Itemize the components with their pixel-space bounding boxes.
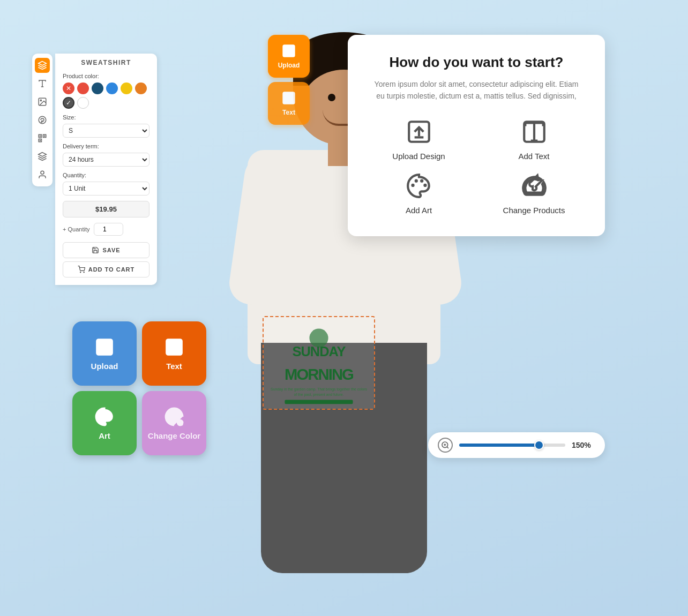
swatch-orange[interactable] <box>135 82 147 94</box>
design-content: SUNDAY MORNING Sunday in the garden camp… <box>264 317 374 409</box>
save-label: SAVE <box>102 247 120 253</box>
start-modal: How do you want to start? Yorem ipsum do… <box>348 35 605 236</box>
delivery-select[interactable]: 24 hours48 hours5-7 days <box>63 153 149 167</box>
cart-icon <box>78 266 85 273</box>
tool-qr[interactable] <box>35 131 50 146</box>
upload-design-icon <box>405 117 433 146</box>
change-products-icon <box>520 171 549 200</box>
add-text-icon <box>520 117 549 146</box>
svg-text:MORNING: MORNING <box>285 365 353 383</box>
swatch-red[interactable] <box>77 82 89 94</box>
tool-text[interactable] <box>35 76 50 91</box>
design-area[interactable]: SUNDAY MORNING Sunday in the garden camp… <box>263 316 375 410</box>
tool-strip <box>32 54 53 186</box>
color-swatches: ✕ ✓ <box>63 82 149 109</box>
svg-rect-16 <box>40 140 41 141</box>
design-svg: SUNDAY MORNING Sunday in the garden camp… <box>264 317 374 409</box>
action-upload-button[interactable]: Upload <box>72 321 137 386</box>
product-panel: SWEATSHIRT Product color: ✕ ✓ Size: SXSM… <box>55 54 157 285</box>
swatch-blue[interactable] <box>106 82 118 94</box>
svg-point-28 <box>80 272 80 273</box>
swatch-remove[interactable]: ✕ <box>63 82 74 94</box>
svg-point-43 <box>423 184 427 187</box>
size-label: Size: <box>63 114 149 121</box>
action-text-label: Text <box>166 362 182 371</box>
action-buttons: Upload Text Art Change Color <box>72 321 206 455</box>
action-art-label: Art <box>99 431 110 440</box>
add-art-icon <box>405 171 433 200</box>
qty-add-button[interactable]: + Quantity <box>63 226 89 232</box>
action-text-button[interactable]: Text <box>142 321 206 386</box>
text-pill-button[interactable]: Text <box>268 82 310 125</box>
option-change-products[interactable]: Change Products <box>484 171 584 215</box>
qty-row: + Quantity <box>63 223 149 236</box>
size-select[interactable]: SXSMLXL <box>63 124 149 138</box>
save-icon <box>92 246 99 254</box>
upload-strip: Upload Text <box>268 35 310 125</box>
start-modal-description: Yorem ipsum dolor sit amet, consectetur … <box>369 78 584 102</box>
start-modal-title: How do you want to start? <box>369 54 584 71</box>
swatch-white[interactable] <box>77 97 89 109</box>
action-art-icon <box>94 407 115 427</box>
action-text-icon <box>164 337 184 357</box>
zoom-slider[interactable] <box>459 444 565 447</box>
action-upload-label: Upload <box>91 362 118 371</box>
action-upload-icon <box>94 337 115 357</box>
action-art-button[interactable]: Art <box>72 391 137 455</box>
svg-point-9 <box>40 100 41 101</box>
action-change-color-button[interactable]: Change Color <box>142 391 206 455</box>
svg-rect-15 <box>44 136 45 137</box>
svg-text:SUNDAY: SUNDAY <box>292 344 346 359</box>
tool-layers[interactable] <box>35 58 50 73</box>
svg-point-27 <box>41 171 44 174</box>
swatch-dark-gray[interactable]: ✓ <box>63 97 74 109</box>
action-change-color-label: Change Color <box>148 431 200 440</box>
option-add-art-label: Add Art <box>406 206 432 215</box>
qty-add-label: + Quantity <box>63 226 89 232</box>
zoom-slider-thumb[interactable] <box>534 440 544 450</box>
option-upload-design-label: Upload Design <box>392 152 445 161</box>
quantity-label: Quantity: <box>63 172 149 178</box>
svg-rect-5 <box>285 400 353 404</box>
qty-input[interactable] <box>94 223 123 236</box>
tool-layers2[interactable] <box>35 149 50 164</box>
option-add-text-label: Add Text <box>518 152 549 161</box>
svg-rect-14 <box>40 136 41 137</box>
cart-label: ADD TO CART <box>88 266 135 273</box>
zoom-control: 150% <box>428 432 605 458</box>
swatch-yellow[interactable] <box>121 82 132 94</box>
svg-text:of the past, present and futur: of the past, present and future. <box>294 393 343 397</box>
zoom-percentage: 150% <box>572 441 595 449</box>
svg-point-42 <box>420 179 423 182</box>
save-button[interactable]: SAVE <box>63 242 149 258</box>
tool-user[interactable] <box>35 167 50 182</box>
start-options: Upload Design Add Text <box>369 117 584 215</box>
price-display: $19.95 <box>63 201 149 217</box>
svg-point-41 <box>414 179 417 182</box>
upload-pill-button[interactable]: Upload <box>268 35 310 78</box>
svg-line-56 <box>447 447 448 448</box>
product-title: SWEATSHIRT <box>63 59 149 66</box>
tool-art[interactable] <box>35 112 50 127</box>
design-resize-handle[interactable]: ↙ <box>686 614 688 616</box>
delivery-label: Delivery term: <box>63 143 149 149</box>
svg-marker-26 <box>39 153 47 157</box>
zoom-slider-fill <box>459 444 539 447</box>
color-label: Product color: <box>63 73 149 79</box>
svg-point-40 <box>411 184 414 187</box>
tool-image[interactable] <box>35 94 50 109</box>
text-strip-label: Text <box>282 109 295 116</box>
quantity-select[interactable]: 1 Unit2 Units5 Units <box>63 182 149 196</box>
zoom-icon[interactable] <box>438 438 453 453</box>
upload-strip-label: Upload <box>278 62 300 69</box>
text-strip-icon <box>281 91 296 106</box>
upload-strip-icon <box>281 43 296 58</box>
option-upload-design[interactable]: Upload Design <box>369 117 468 161</box>
svg-point-29 <box>84 272 84 273</box>
option-change-products-label: Change Products <box>503 206 565 215</box>
option-add-art[interactable]: Add Art <box>369 171 468 215</box>
swatch-navy[interactable] <box>92 82 103 94</box>
action-change-color-icon <box>164 407 184 427</box>
option-add-text[interactable]: Add Text <box>484 117 584 161</box>
add-to-cart-button[interactable]: ADD TO CART <box>63 261 149 277</box>
